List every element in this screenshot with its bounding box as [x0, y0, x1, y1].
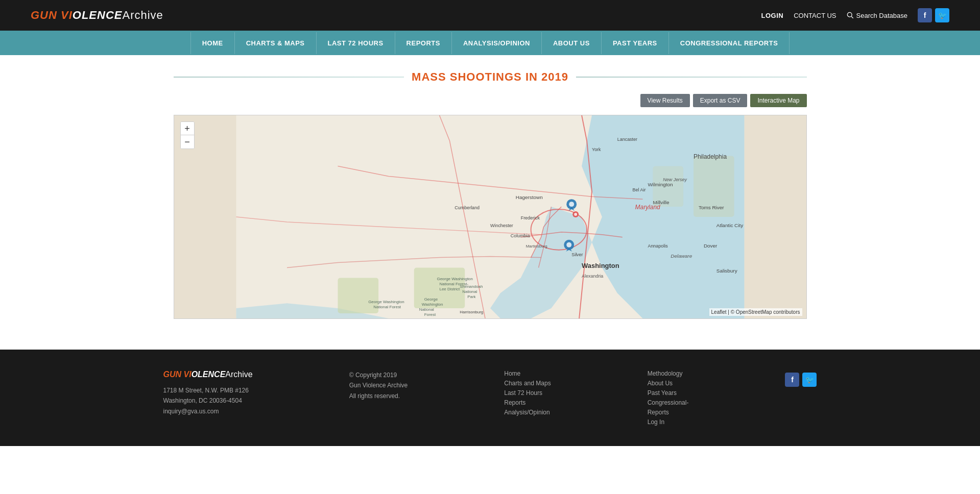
- svg-text:Lancaster: Lancaster: [617, 137, 637, 142]
- footer-link-about[interactable]: About Us: [648, 380, 689, 387]
- footer-twitter-button[interactable]: 🐦: [802, 373, 817, 387]
- social-icons: f 🐦: [918, 8, 949, 22]
- svg-text:Washington: Washington: [421, 302, 443, 307]
- login-button[interactable]: LOGIN: [761, 12, 784, 19]
- footer-logo-violence: OLENCE: [192, 370, 226, 379]
- logo-violence-text: OLENCE: [73, 9, 123, 22]
- svg-text:Atlantic City: Atlantic City: [716, 223, 743, 228]
- logo-archive-text: Archive: [122, 9, 163, 22]
- contact-us-link[interactable]: CONTACT US: [794, 12, 836, 19]
- svg-point-45: [569, 202, 574, 207]
- svg-text:Maryland: Maryland: [635, 204, 660, 211]
- footer-link-past[interactable]: Past Years: [648, 389, 689, 397]
- svg-text:Dover: Dover: [703, 243, 717, 249]
- facebook-button[interactable]: f: [918, 8, 932, 22]
- nav-analysis[interactable]: ANALYSIS/OPINION: [452, 32, 542, 54]
- footer-address: 1718 M Street, N.W. PMB #126 Washington,…: [163, 385, 253, 416]
- nav-congressional[interactable]: CONGRESSIONAL REPORTS: [669, 32, 790, 54]
- map-attribution: Leaflet | © OpenStreetMap contributors: [709, 308, 802, 316]
- svg-text:Annapolis: Annapolis: [648, 243, 668, 249]
- svg-text:Forest: Forest: [424, 312, 436, 317]
- svg-point-47: [566, 242, 571, 248]
- view-results-button[interactable]: View Results: [640, 94, 690, 107]
- action-buttons: View Results Export as CSV Interactive M…: [174, 94, 807, 107]
- footer-link-reports[interactable]: Reports: [504, 399, 551, 406]
- svg-point-49: [574, 213, 577, 216]
- leaflet-attribution: Leaflet: [711, 309, 727, 315]
- site-header: GUN VIOLENCEArchive LOGIN CONTACT US Sea…: [0, 0, 980, 31]
- svg-text:Wilmington: Wilmington: [648, 182, 673, 187]
- nav-charts-maps[interactable]: CHARTS & MAPS: [235, 32, 317, 54]
- svg-text:Silver: Silver: [571, 252, 583, 257]
- svg-text:Harrisonburg: Harrisonburg: [460, 310, 483, 314]
- zoom-controls: + −: [180, 121, 195, 149]
- svg-text:George: George: [424, 297, 438, 302]
- svg-text:George Washington: George Washington: [437, 277, 472, 281]
- footer-logo[interactable]: GUN VIOLENCEArchive: [163, 370, 253, 379]
- footer-link-charts[interactable]: Charts and Maps: [504, 380, 551, 387]
- site-logo[interactable]: GUN VIOLENCEArchive: [31, 9, 163, 22]
- title-line-left: [174, 77, 404, 78]
- svg-text:Bel Air: Bel Air: [632, 187, 646, 192]
- interactive-map-button[interactable]: Interactive Map: [750, 94, 806, 107]
- svg-line-1: [851, 16, 853, 18]
- search-database-button[interactable]: Search Database: [847, 12, 907, 19]
- svg-text:Park: Park: [467, 294, 475, 299]
- svg-text:York: York: [592, 147, 601, 152]
- svg-text:George Washington: George Washington: [368, 300, 404, 304]
- search-icon: [847, 12, 854, 19]
- header-right: LOGIN CONTACT US Search Database f 🐦: [761, 8, 949, 22]
- site-footer: GUN VIOLENCEArchive 1718 M Street, N.W. …: [0, 350, 980, 446]
- map-container[interactable]: + −: [174, 115, 807, 319]
- svg-text:Philadelphia: Philadelphia: [694, 153, 727, 160]
- svg-text:National: National: [419, 307, 434, 312]
- svg-rect-4: [338, 278, 378, 313]
- svg-text:Winchester: Winchester: [490, 223, 513, 228]
- export-csv-button[interactable]: Export as CSV: [693, 94, 748, 107]
- zoom-out-button[interactable]: −: [181, 135, 194, 149]
- svg-text:National Forest: National Forest: [373, 305, 401, 309]
- svg-text:Cumberland: Cumberland: [455, 205, 480, 210]
- svg-text:National: National: [462, 289, 477, 294]
- footer-inner: GUN VIOLENCEArchive 1718 M Street, N.W. …: [163, 370, 817, 426]
- footer-link-72[interactable]: Last 72 Hours: [504, 389, 551, 397]
- nav-reports[interactable]: REPORTS: [395, 32, 452, 54]
- twitter-button[interactable]: 🐦: [935, 8, 949, 22]
- nav-past-years[interactable]: PAST YEARS: [602, 32, 669, 54]
- footer-link-home[interactable]: Home: [504, 370, 551, 377]
- main-nav: HOME CHARTS & MAPS LAST 72 HOURS REPORTS…: [0, 31, 980, 55]
- footer-facebook-button[interactable]: f: [785, 373, 799, 387]
- nav-last-72[interactable]: LAST 72 HOURS: [317, 32, 395, 54]
- footer-link-congressional2[interactable]: Reports: [648, 409, 689, 416]
- title-section: MASS SHOOTINGS IN 2019: [174, 70, 807, 84]
- map-background: Philadelphia New Jersey Toms River Millv…: [174, 115, 806, 318]
- footer-link-login[interactable]: Log In: [648, 418, 689, 426]
- nav-about[interactable]: ABOUT US: [542, 32, 602, 54]
- footer-copyright: © Copyright 2019 Gun Violence Archive Al…: [349, 370, 408, 401]
- title-line-right: [576, 77, 807, 78]
- footer-logo-gun: GUN VI: [163, 370, 192, 379]
- logo-gun-text: GUN VI: [31, 9, 73, 22]
- svg-point-0: [847, 12, 852, 17]
- search-label: Search Database: [856, 12, 907, 19]
- footer-link-analysis[interactable]: Analysis/Opinion: [504, 409, 551, 416]
- svg-text:Lee District: Lee District: [439, 287, 460, 291]
- footer-links-col1: Home Charts and Maps Last 72 Hours Repor…: [504, 370, 551, 416]
- footer-link-congressional1[interactable]: Congressional-: [648, 399, 689, 406]
- svg-text:Frederick: Frederick: [520, 215, 540, 220]
- nav-home[interactable]: HOME: [190, 32, 235, 54]
- svg-text:National Forest-: National Forest-: [439, 282, 468, 286]
- svg-text:Salisbury: Salisbury: [716, 268, 737, 274]
- zoom-in-button[interactable]: +: [181, 122, 194, 135]
- page-title: MASS SHOOTINGS IN 2019: [412, 70, 568, 84]
- svg-text:Toms River: Toms River: [698, 205, 724, 210]
- svg-text:Washington: Washington: [582, 262, 619, 269]
- footer-links-col2: Methodology About Us Past Years Congress…: [648, 370, 689, 426]
- footer-link-methodology[interactable]: Methodology: [648, 370, 689, 377]
- svg-text:Martinsburg: Martinsburg: [525, 244, 547, 249]
- svg-text:Columbia: Columbia: [510, 233, 530, 238]
- svg-text:Alexandria: Alexandria: [582, 274, 603, 279]
- footer-social: f 🐦: [785, 373, 817, 387]
- footer-logo-section: GUN VIOLENCEArchive 1718 M Street, N.W. …: [163, 370, 253, 416]
- main-content: MASS SHOOTINGS IN 2019 View Results Expo…: [163, 55, 817, 334]
